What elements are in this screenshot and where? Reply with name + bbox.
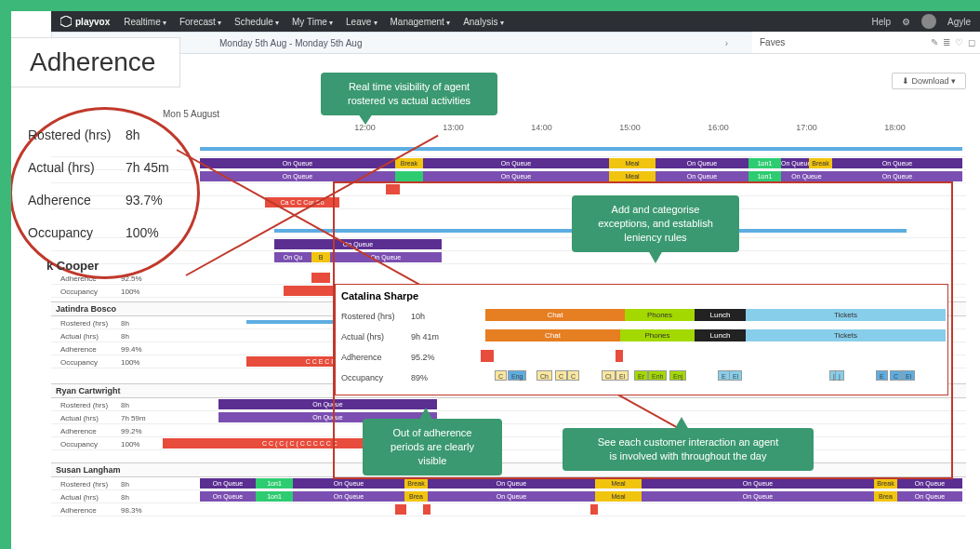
nav-management[interactable]: Management [391,17,451,27]
avatar[interactable] [921,14,936,29]
time-axis: 12:0013:0014:00 15:0016:0017:00 18:00 [321,123,966,138]
timeline-date: Mon 5 August [163,109,219,119]
chevron-right-icon[interactable]: › [725,38,728,48]
nav-realtime[interactable]: Realtime [124,17,166,27]
agent-detail-panel: Catalina Sharpe Rostered (hrs)10h Chat P… [335,284,948,395]
nav-help[interactable]: Help [871,17,891,27]
callout-interactions: See each customer interaction an agentis… [563,428,814,471]
agent-name-cooper: k Cooper [46,259,99,273]
list-icon[interactable]: ≣ [943,37,950,47]
logo: playvox [60,16,110,27]
nav-schedule[interactable]: Schedule [234,17,279,27]
nav-analysis[interactable]: Analysis [463,17,503,27]
user-name[interactable]: Agyle [947,17,971,27]
callout-exceptions: Add and categoriseexceptions, and establ… [572,195,739,252]
callout-periods: Out of adherenceperiods are clearlyvisib… [363,419,502,475]
nav-leave[interactable]: Leave [346,17,377,27]
heart-icon[interactable]: ♡ [955,37,963,47]
top-navbar: playvox Realtime Forecast Schedule My Ti… [51,11,980,32]
nav-forecast[interactable]: Forecast [179,17,221,27]
gear-icon[interactable]: ⚙ [902,17,910,27]
detail-agent-name: Catalina Sharpe [341,290,418,301]
stats-magnified: Rostered (hrs)8h Actual (hrs)7h 45m Adhe… [28,119,169,249]
page-title: Adherence [5,37,180,87]
nav-mytime[interactable]: My Time [292,17,333,27]
date-range-text: Monday 5th Aug - Monday 5th Aug [219,38,362,48]
faves-panel: Faves ✎ ≣ ♡ ◻ [752,32,980,54]
download-button[interactable]: ⬇ Download ▾ [892,73,966,89]
faves-label[interactable]: Faves [760,37,785,47]
callout-realtime: Real time visibility of agentrostered vs… [321,73,497,115]
bookmark-icon[interactable]: ◻ [968,37,975,47]
edit-icon[interactable]: ✎ [931,37,938,47]
